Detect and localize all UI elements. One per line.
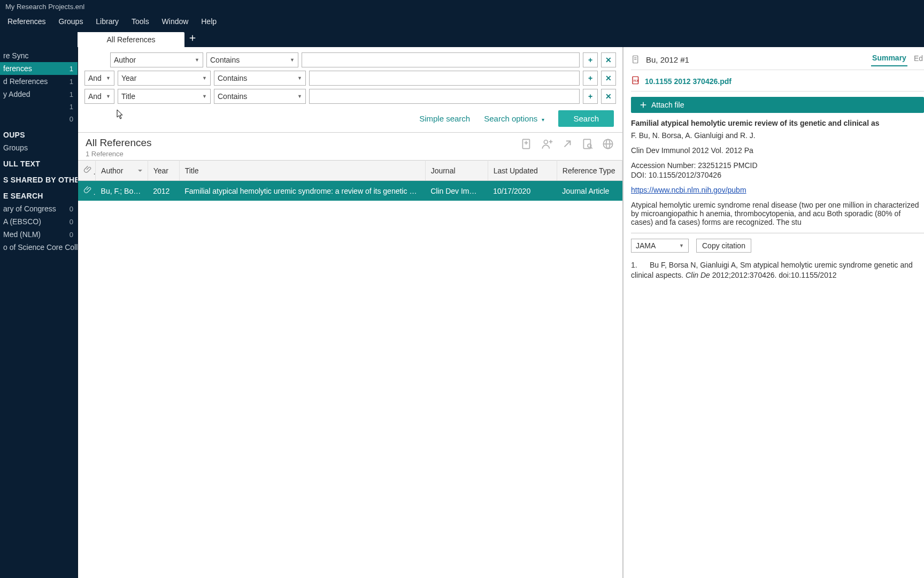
preview-url[interactable]: https://www.ncbi.nlm.nih.gov/pubm xyxy=(631,186,746,194)
sidebar-item-trash[interactable]: 0 xyxy=(0,113,78,125)
paperclip-icon xyxy=(83,165,93,174)
cell-reftype: Journal Article xyxy=(557,181,622,201)
cell-updated: 10/17/2020 xyxy=(488,181,557,201)
menu-references[interactable]: References xyxy=(2,15,51,28)
add-search-row-button[interactable]: + xyxy=(583,89,598,104)
main-panel: Author ▼ Contains ▼ + ✕ And xyxy=(78,47,623,578)
preview-authors: F. Bu, N. Borsa, A. Gianluigi and R. J. xyxy=(631,131,924,140)
sidebar-header-online-search: E SEARCH xyxy=(0,186,78,202)
search-value-input[interactable] xyxy=(309,71,580,86)
pdf-icon: PDF xyxy=(631,75,641,87)
search-operator-select[interactable]: Contains ▼ xyxy=(206,52,298,67)
search-value-input[interactable] xyxy=(309,89,580,104)
search-field-select[interactable]: Title ▼ xyxy=(118,89,211,104)
search-bool-select[interactable]: And ▼ xyxy=(84,71,114,86)
search-bool-select[interactable]: And ▼ xyxy=(84,89,114,104)
sidebar-source-wos[interactable]: o of Science Core Colle... 0 xyxy=(0,241,78,254)
sidebar-item-imported-references[interactable]: d References 1 xyxy=(0,75,78,88)
col-reference-type[interactable]: Reference Type xyxy=(557,161,622,181)
web-icon[interactable] xyxy=(601,137,615,151)
search-operator-select[interactable]: Contains ▼ xyxy=(214,71,306,86)
simple-search-link[interactable]: Simple search xyxy=(419,114,470,123)
find-fulltext-icon[interactable] xyxy=(581,137,595,151)
attach-file-button[interactable]: Attach file xyxy=(631,97,924,113)
citation-style-select[interactable]: JAMA ▼ xyxy=(631,239,689,253)
chevron-down-icon: ▼ xyxy=(202,94,207,99)
preview-journal-line: Clin Dev Immunol 2012 Vol. 2012 Pa xyxy=(631,146,924,155)
preview-doi: DOI: 10.1155/2012/370426 xyxy=(631,171,924,179)
sidebar-item-unfiled[interactable]: 1 xyxy=(0,101,78,113)
search-button[interactable]: Search xyxy=(558,110,614,127)
remove-search-row-button[interactable]: ✕ xyxy=(601,89,616,104)
preview-abstract: Atypical hemolytic uremic syndrome renal… xyxy=(631,201,924,226)
share-user-icon[interactable] xyxy=(540,137,554,151)
attach-file-label: Attach file xyxy=(651,101,684,109)
citation-tail: 2012;2012:370426. doi:10.1155/2012 xyxy=(712,271,837,279)
sidebar-header-shared: S SHARED BY OTHERS xyxy=(0,170,78,186)
citation-style-value: JAMA xyxy=(636,241,656,250)
sidebar-item-count: 1 xyxy=(70,65,73,73)
citation-text: 1. Bu F, Borsa N, Gianluigi A, Sm atypic… xyxy=(631,260,924,280)
menu-help[interactable]: Help xyxy=(196,15,222,28)
sidebar-item-count: 1 xyxy=(70,78,73,86)
sidebar-item-count: 0 xyxy=(70,218,73,226)
menu-tools[interactable]: Tools xyxy=(126,15,155,28)
sidebar-sync[interactable]: re Sync xyxy=(0,49,78,62)
menu-library[interactable]: Library xyxy=(90,15,124,28)
search-operator-select[interactable]: Contains ▼ xyxy=(214,89,306,104)
col-last-updated[interactable]: Last Updated xyxy=(488,161,557,181)
tab-all-references[interactable]: All References xyxy=(78,32,184,47)
add-search-row-button[interactable]: + xyxy=(583,52,598,67)
col-title[interactable]: Title xyxy=(179,161,425,181)
preview-ref-id: Bu, 2012 #1 xyxy=(646,55,689,64)
copy-citation-button[interactable]: Copy citation xyxy=(696,239,751,253)
sidebar-my-groups[interactable]: Groups xyxy=(0,141,78,154)
sidebar-item-label: ary of Congress xyxy=(3,204,56,213)
col-year[interactable]: Year xyxy=(148,161,179,181)
search-options-link[interactable]: Search options ▾ xyxy=(484,114,544,123)
cell-title: Familial atypical hemolytic uremic syndr… xyxy=(179,181,425,201)
chevron-down-icon: ▼ xyxy=(679,243,684,248)
remove-search-row-button[interactable]: ✕ xyxy=(601,52,616,67)
search-field-value: Year xyxy=(121,74,136,82)
add-tab-button[interactable] xyxy=(184,31,201,47)
preview-pdf-row[interactable]: PDF 10.1155 2012 370426.pdf xyxy=(631,70,924,92)
menu-groups[interactable]: Groups xyxy=(53,15,88,28)
search-operator-value: Contains xyxy=(210,56,240,64)
citation-number: 1. xyxy=(631,261,637,269)
new-reference-icon[interactable] xyxy=(520,137,534,151)
sidebar-source-pubmed[interactable]: Med (NLM) 0 xyxy=(0,228,78,241)
menu-window[interactable]: Window xyxy=(157,15,194,28)
search-field-select[interactable]: Author ▼ xyxy=(110,52,203,67)
results-header: All References 1 Reference xyxy=(78,133,622,160)
plus-icon xyxy=(188,33,197,43)
sidebar-item-label: d References xyxy=(3,77,48,86)
preview-tab-summary[interactable]: Summary xyxy=(871,52,907,66)
search-row: And ▼ Title ▼ Contains ▼ + ✕ xyxy=(84,89,616,104)
col-author[interactable]: Author xyxy=(96,161,148,181)
window-title: My Research Projects.enl xyxy=(0,0,924,13)
chevron-down-icon: ▼ xyxy=(106,94,111,99)
sidebar: re Sync ferences 1 d References 1 y Adde… xyxy=(0,47,78,578)
sidebar-item-label: o of Science Core Colle... xyxy=(3,243,78,252)
chevron-down-icon: ▼ xyxy=(106,75,111,81)
add-search-row-button[interactable]: + xyxy=(583,71,598,86)
sidebar-item-recently-added[interactable]: y Added 1 xyxy=(0,88,78,101)
sidebar-source-ebsco[interactable]: A (EBSCO) 0 xyxy=(0,215,78,228)
remove-search-row-button[interactable]: ✕ xyxy=(601,71,616,86)
search-bool-value: And xyxy=(88,92,102,101)
sidebar-item-label: y Added xyxy=(3,90,30,98)
chevron-down-icon: ▼ xyxy=(290,57,295,63)
col-attachment[interactable] xyxy=(78,161,96,181)
export-icon[interactable] xyxy=(560,137,574,151)
chevron-down-icon: ▼ xyxy=(297,75,302,81)
search-bool-value: And xyxy=(88,74,102,82)
sidebar-item-references[interactable]: ferences 1 xyxy=(0,62,78,75)
search-value-input[interactable] xyxy=(302,52,580,67)
search-field-select[interactable]: Year ▼ xyxy=(118,71,211,86)
col-journal[interactable]: Journal xyxy=(425,161,488,181)
menu-bar: References Groups Library Tools Window H… xyxy=(0,13,924,31)
table-row[interactable]: Bu, F.; Borsa, ... 2012 Familial atypica… xyxy=(78,181,622,201)
sidebar-source-loc[interactable]: ary of Congress 0 xyxy=(0,202,78,215)
preview-tab-edit[interactable]: Ed xyxy=(913,53,924,66)
